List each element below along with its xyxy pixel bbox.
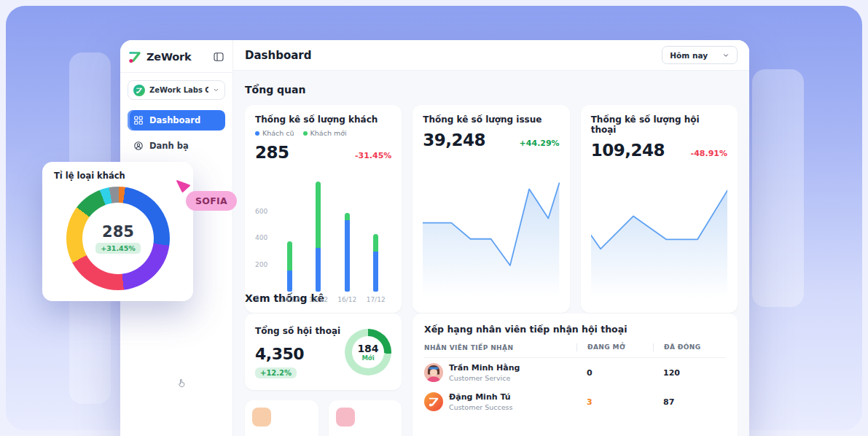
total-info: Tổng số hội thoại 4,350 +12.2% <box>255 326 340 378</box>
sidebar-divider <box>120 72 232 73</box>
workspace-selector[interactable]: ZeWork Labs Co, Ltd. <box>128 80 225 100</box>
legend-dot-blue <box>255 131 259 136</box>
avatar <box>424 392 443 411</box>
overview-cards-row: Thống kê số lượng khách Khách cũ Khách m… <box>245 105 738 280</box>
stat-icon-pink <box>336 408 355 427</box>
open-count: 3 <box>576 397 653 407</box>
issues-line-chart <box>423 157 559 303</box>
topbar: Dashboard Hôm nay <box>233 40 749 71</box>
chart-legend: Khách cũ Khách mới <box>255 129 391 137</box>
sidebar-item-dashboard[interactable]: Dashboard <box>128 110 225 131</box>
partial-stat-cards <box>245 400 402 436</box>
customer-type-donut: 285 +31.45% <box>66 187 170 290</box>
sidebar-item-label: Danh bạ <box>149 141 189 151</box>
card-title: Tổng số hội thoại <box>255 326 340 336</box>
staff-role: Customer Service <box>449 374 520 382</box>
staff-rows: Trần Minh Hằng Customer Service 0 120 Đặ… <box>424 358 726 416</box>
table-row: Trần Minh Hằng Customer Service 0 120 <box>424 358 726 387</box>
bar-15/12 <box>304 169 332 292</box>
metric-value: 39,248 <box>423 131 485 149</box>
card-title: Thống kê số lượng khách <box>255 114 391 125</box>
value-row: 285 -31.45% <box>255 143 391 162</box>
closed-count: 87 <box>653 397 726 407</box>
donut-center-value: 285 <box>102 223 134 241</box>
partial-stat-card <box>329 400 402 436</box>
value-row: 39,248 +44.29% <box>423 131 559 149</box>
metric-change: -31.45% <box>355 151 391 160</box>
conversations-line-chart <box>591 167 727 303</box>
legend-label: Khách mới <box>310 129 347 137</box>
zework-logo-icon <box>128 50 142 64</box>
donut-change-badge: +31.45% <box>95 243 141 254</box>
card-total-conversations: Tổng số hội thoại 4,350 +12.2% 184 Mới <box>245 314 402 390</box>
stats-left-column: Tổng số hội thoại 4,350 +12.2% 184 Mới <box>245 314 402 436</box>
donut-center-label: Mới <box>361 354 374 362</box>
x-axis-labels: 14/1215/1216/1217/12 <box>275 296 390 303</box>
workspace-name: ZeWork Labs Co, Ltd. <box>149 86 208 94</box>
partial-stat-card <box>245 400 318 436</box>
metric-value: 285 <box>255 143 289 162</box>
column-header-staff: Nhân viên tiếp nhận <box>424 344 576 351</box>
card-conversations: Thống kê số lượng hội thoại 109,248 -48.… <box>581 105 738 313</box>
metric-value: 109,248 <box>591 141 665 160</box>
section-title-overview: Tổng quan <box>245 84 738 96</box>
legend-item-old-customers: Khách cũ <box>255 129 294 137</box>
card-issues: Thống kê số lượng issue 39,248 +44.29% <box>413 105 569 313</box>
date-range-value: Hôm nay <box>670 51 708 60</box>
avatar <box>424 363 443 382</box>
legend-label: Khách cũ <box>262 129 294 137</box>
logo-row: ZeWork <box>128 47 225 66</box>
card-title: Thống kê số lượng issue <box>423 114 559 125</box>
page: ZeWork ZeWork Labs Co, Ltd. <box>0 0 868 436</box>
table-row: Đặng Minh Tú Customer Success 3 87 <box>424 387 726 416</box>
brand-name: ZeWork <box>146 51 208 63</box>
card-customers: Thống kê số lượng khách Khách cũ Khách m… <box>245 105 402 313</box>
staff-identity: Đặng Minh Tú Customer Success <box>449 392 512 411</box>
staff-name: Trần Minh Hằng <box>449 363 520 373</box>
sidebar-collapse-button[interactable] <box>212 50 225 63</box>
y-axis-tick: 600 <box>255 208 267 215</box>
donut-center: 285 +31.45% <box>82 203 154 274</box>
staff-name: Đặng Minh Tú <box>449 392 512 402</box>
metric-value: 4,350 <box>255 345 340 363</box>
table-title: Xếp hạng nhân viên tiếp nhận hội thoại <box>424 324 726 335</box>
main-area: Dashboard Hôm nay Tổng quan Thống kê số … <box>233 40 749 436</box>
y-axis-tick: 400 <box>255 234 267 241</box>
hand-cursor-icon <box>176 377 187 389</box>
card-title: Tỉ lệ loại khách <box>54 171 181 181</box>
bar-17/12 <box>361 169 390 292</box>
staff-cell: Trần Minh Hằng Customer Service <box>424 363 576 382</box>
staff-identity: Trần Minh Hằng Customer Service <box>449 363 520 382</box>
workspace-logo-icon <box>133 85 145 96</box>
y-axis-tick: 0 <box>255 295 259 302</box>
sidebar-item-contacts[interactable]: Danh bạ <box>128 136 225 156</box>
date-range-select[interactable]: Hôm nay <box>662 46 738 64</box>
dashboard-grid-icon <box>133 115 144 125</box>
legend-item-new-customers: Khách mới <box>303 129 347 137</box>
donut-center-value: 184 <box>357 343 378 354</box>
app-window: ZeWork ZeWork Labs Co, Ltd. <box>120 40 749 436</box>
bar-group <box>275 169 390 292</box>
sidebar-item-label: Dashboard <box>149 115 200 125</box>
staff-cell: Đặng Minh Tú Customer Success <box>424 392 576 411</box>
staff-role: Customer Success <box>449 403 512 411</box>
customers-bar-chart: 0200400600 14/1215/1216/1217/12 <box>255 165 391 303</box>
legend-dot-green <box>303 131 308 136</box>
stat-icon-orange <box>252 408 271 427</box>
column-header-closed: Đã đóng <box>653 343 726 351</box>
closed-count: 120 <box>653 368 726 378</box>
panel-collapse-icon <box>213 51 224 63</box>
staff-ranking-card: Xếp hạng nhân viên tiếp nhận hội thoại N… <box>413 314 738 436</box>
decor-rect-right <box>752 69 804 307</box>
staff-avatar-photo <box>424 363 443 382</box>
column-header-open: Đang mở <box>576 343 653 351</box>
metric-change: -48.91% <box>691 149 727 158</box>
table-header-row: Nhân viên tiếp nhận Đang mở Đã đóng <box>424 343 726 358</box>
metric-change-badge: +12.2% <box>255 367 297 378</box>
card-title: Thống kê số lượng hội thoại <box>591 114 727 135</box>
chevron-down-icon <box>722 52 730 59</box>
total-conversations-donut: 184 Mới <box>345 329 391 375</box>
open-count: 0 <box>576 368 653 378</box>
y-axis-tick: 200 <box>255 261 267 268</box>
bar-14/12 <box>275 169 304 292</box>
